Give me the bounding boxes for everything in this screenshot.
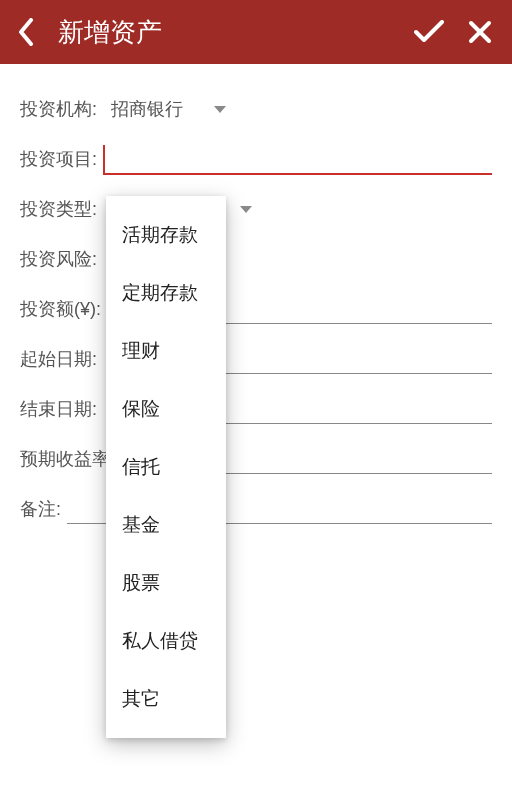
end-date-input[interactable] <box>215 394 492 424</box>
row-risk: 投资风险: <box>20 234 492 284</box>
label-project: 投资项目: <box>20 147 97 171</box>
label-yield: 预期收益率 <box>20 447 110 471</box>
institution-select[interactable]: 招商银行 <box>111 97 183 121</box>
row-remark: 备注: <box>20 484 492 534</box>
dropdown-item[interactable]: 定期存款 <box>106 264 226 322</box>
confirm-button[interactable] <box>414 20 444 44</box>
label-start: 起始日期: <box>20 347 97 371</box>
chevron-left-icon <box>17 18 35 46</box>
dropdown-item[interactable]: 私人借贷 <box>106 612 226 670</box>
row-institution: 投资机构: 招商银行 <box>20 84 492 134</box>
yield-input[interactable] <box>218 444 492 474</box>
label-risk: 投资风险: <box>20 247 97 271</box>
back-button[interactable] <box>12 18 40 46</box>
label-type: 投资类型: <box>20 197 97 221</box>
dropdown-item[interactable]: 保险 <box>106 380 226 438</box>
dropdown-item[interactable]: 活期存款 <box>106 206 226 264</box>
row-yield: 预期收益率 <box>20 434 492 484</box>
label-remark: 备注: <box>20 497 61 521</box>
header-actions <box>414 20 492 44</box>
row-type: 投资类型: <box>20 184 492 234</box>
type-dropdown: 活期存款 定期存款 理财 保险 信托 基金 股票 私人借贷 其它 <box>106 196 226 738</box>
chevron-down-icon <box>239 205 253 215</box>
amount-input[interactable] <box>211 294 492 324</box>
page-title: 新增资产 <box>58 15 414 50</box>
dropdown-item[interactable]: 理财 <box>106 322 226 380</box>
label-amount: 投资额(¥): <box>20 297 101 321</box>
institution-chevron[interactable] <box>213 99 227 120</box>
close-icon <box>468 20 492 44</box>
form: 投资机构: 招商银行 投资项目: 投资类型: 投资风险: 投资额(¥): 起始日… <box>0 64 512 534</box>
row-end: 结束日期: <box>20 384 492 434</box>
dropdown-item[interactable]: 信托 <box>106 438 226 496</box>
project-input[interactable] <box>103 143 492 175</box>
dropdown-item[interactable]: 股票 <box>106 554 226 612</box>
label-end: 结束日期: <box>20 397 97 421</box>
header: 新增资产 <box>0 0 512 64</box>
check-icon <box>414 20 444 44</box>
dropdown-item[interactable]: 基金 <box>106 496 226 554</box>
type-chevron[interactable] <box>239 199 253 220</box>
chevron-down-icon <box>213 105 227 115</box>
start-date-input[interactable] <box>215 344 492 374</box>
label-institution: 投资机构: <box>20 97 97 121</box>
dropdown-item[interactable]: 其它 <box>106 670 226 728</box>
row-project: 投资项目: <box>20 134 492 184</box>
row-amount: 投资额(¥): <box>20 284 492 334</box>
close-button[interactable] <box>468 20 492 44</box>
text-cursor <box>103 145 105 173</box>
row-start: 起始日期: <box>20 334 492 384</box>
